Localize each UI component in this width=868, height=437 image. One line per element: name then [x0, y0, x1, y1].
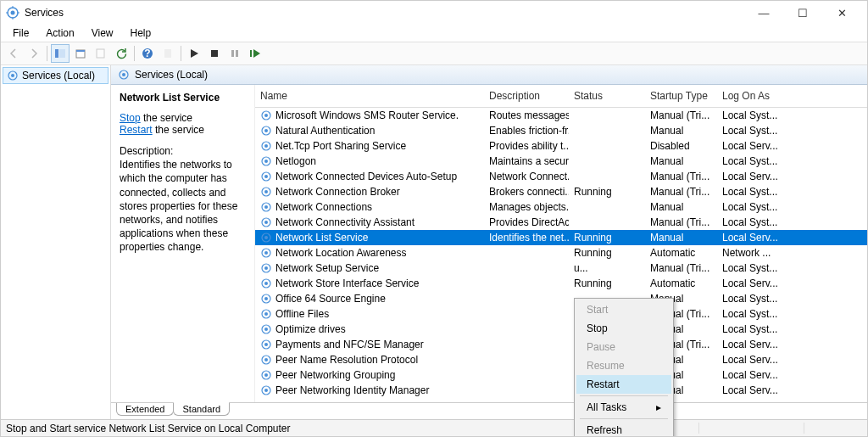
- svg-point-39: [264, 266, 268, 270]
- ctx-restart[interactable]: Restart: [576, 375, 671, 394]
- svg-point-43: [264, 297, 268, 300]
- menu-view[interactable]: View: [85, 25, 120, 41]
- ctx-stop[interactable]: Stop: [576, 319, 671, 338]
- services-list: Name Description Status Startup Type Log…: [255, 85, 867, 402]
- service-row[interactable]: Optimize drivesManualLocal Syst...: [255, 322, 867, 337]
- col-logon[interactable]: Log On As: [717, 85, 785, 107]
- pause-service-button[interactable]: [225, 44, 244, 63]
- gear-icon: [260, 247, 272, 259]
- ctx-refresh[interactable]: Refresh: [576, 421, 671, 437]
- gear-icon: [260, 140, 272, 152]
- service-row[interactable]: Network List ServiceIdentifies the net..…: [255, 230, 867, 245]
- gear-icon: [260, 369, 272, 381]
- service-row[interactable]: Peer Networking GroupingManualLocal Serv…: [255, 367, 867, 383]
- service-row[interactable]: Network Connectivity AssistantProvides D…: [255, 215, 867, 230]
- svg-rect-6: [97, 49, 104, 58]
- service-startup: Manual (Tri...: [645, 216, 717, 228]
- svg-point-33: [264, 221, 268, 224]
- show-hide-tree-button[interactable]: [51, 44, 70, 63]
- service-name: Microsoft Windows SMS Router Service.: [275, 109, 459, 121]
- service-description: Enables friction-fr...: [484, 125, 569, 137]
- service-logon: Local Serv...: [717, 339, 785, 350]
- menu-file[interactable]: File: [6, 25, 36, 41]
- view-tabs: Extended Standard: [111, 402, 867, 419]
- svg-point-41: [264, 282, 268, 285]
- svg-point-35: [264, 236, 268, 239]
- service-row[interactable]: NetlogonMaintains a secur...ManualLocal …: [255, 154, 867, 169]
- prev-item-button[interactable]: [159, 44, 177, 63]
- tab-standard[interactable]: Standard: [173, 402, 230, 416]
- service-name: Peer Networking Grouping: [275, 369, 395, 381]
- svg-point-31: [264, 205, 268, 209]
- tab-extended[interactable]: Extended: [116, 403, 174, 416]
- service-name: Offline Files: [275, 308, 329, 320]
- minimize-button[interactable]: —: [752, 7, 776, 20]
- col-startup[interactable]: Startup Type: [645, 85, 717, 107]
- service-status: Running: [569, 232, 645, 244]
- service-name: Payments and NFC/SE Manager: [275, 339, 424, 350]
- ctx-resume[interactable]: Resume: [576, 356, 671, 375]
- start-service-button[interactable]: [185, 44, 203, 63]
- gear-icon: [260, 186, 272, 198]
- service-row[interactable]: Network Store Interface ServiceRunningAu…: [255, 276, 867, 291]
- service-row[interactable]: Network Location AwarenessRunningAutomat…: [255, 245, 867, 261]
- forward-button[interactable]: [25, 44, 43, 63]
- col-description[interactable]: Description: [484, 85, 569, 107]
- service-row[interactable]: Net.Tcp Port Sharing ServiceProvides abi…: [255, 138, 867, 154]
- col-status[interactable]: Status: [569, 85, 645, 107]
- service-logon: Local Serv...: [717, 232, 785, 244]
- gear-icon: [260, 323, 272, 335]
- separator: [181, 46, 181, 61]
- gear-icon: [7, 70, 19, 81]
- gear-icon: [260, 155, 272, 167]
- service-row[interactable]: Network Connection BrokerBrokers connect…: [255, 184, 867, 199]
- properties-button[interactable]: [71, 44, 90, 63]
- service-description: Provides DirectAc...: [484, 216, 569, 228]
- nav-services-local[interactable]: Services (Local): [3, 67, 108, 84]
- svg-rect-3: [59, 49, 65, 58]
- service-row[interactable]: Network ConnectionsManages objects...Man…: [255, 199, 867, 215]
- maximize-button[interactable]: ☐: [791, 7, 815, 20]
- service-row[interactable]: Peer Name Resolution ProtocolManualLocal…: [255, 352, 867, 367]
- service-status: Running: [569, 186, 645, 198]
- stop-service-button[interactable]: [205, 44, 224, 63]
- svg-rect-10: [211, 50, 218, 57]
- svg-point-37: [264, 251, 268, 255]
- menu-action[interactable]: Action: [39, 25, 81, 41]
- main-header-label: Services (Local): [135, 69, 208, 81]
- nav-tree: Services (Local): [1, 65, 111, 419]
- restart-service-link[interactable]: Restart: [120, 124, 153, 136]
- ctx-start[interactable]: Start: [576, 300, 671, 319]
- service-row[interactable]: Microsoft Windows SMS Router Service.Rou…: [255, 108, 867, 123]
- help-button[interactable]: ?: [138, 44, 157, 63]
- close-button[interactable]: ✕: [830, 7, 854, 20]
- restart-service-button[interactable]: [246, 44, 264, 63]
- back-button[interactable]: [4, 44, 23, 63]
- service-logon: Local Syst...: [717, 155, 785, 167]
- service-row[interactable]: Payments and NFC/SE ManagerManual (Tri..…: [255, 337, 867, 352]
- service-row[interactable]: Network Connected Devices Auto-SetupNetw…: [255, 169, 867, 184]
- service-row[interactable]: Network Setup Serviceu...Manual (Tri...L…: [255, 261, 867, 276]
- service-row[interactable]: Peer Networking Identity ManagerManualLo…: [255, 383, 867, 398]
- service-description: Identifies the net...: [484, 232, 569, 244]
- refresh-button[interactable]: [112, 44, 131, 63]
- stop-service-link[interactable]: Stop: [120, 112, 141, 124]
- main-header: Services (Local): [111, 65, 867, 85]
- svg-point-55: [264, 389, 268, 392]
- svg-point-51: [264, 358, 268, 361]
- ctx-all-tasks[interactable]: All Tasks▸: [576, 398, 671, 417]
- service-row[interactable]: Natural AuthenticationEnables friction-f…: [255, 123, 867, 138]
- col-name[interactable]: Name: [255, 85, 484, 107]
- ctx-pause[interactable]: Pause: [576, 338, 671, 356]
- service-logon: Local Serv...: [717, 171, 785, 182]
- menu-help[interactable]: Help: [124, 25, 159, 41]
- service-row[interactable]: Offline FilesManual (Tri...Local Syst...: [255, 306, 867, 322]
- svg-point-23: [264, 144, 268, 148]
- service-name: Network Connected Devices Auto-Setup: [275, 171, 457, 182]
- svg-point-21: [264, 129, 268, 132]
- export-button[interactable]: [92, 44, 110, 63]
- svg-point-27: [264, 175, 268, 178]
- service-row[interactable]: Office 64 Source EngineManualLocal Syst.…: [255, 291, 867, 306]
- service-startup: Manual: [645, 232, 717, 244]
- service-logon: Local Syst...: [717, 293, 785, 305]
